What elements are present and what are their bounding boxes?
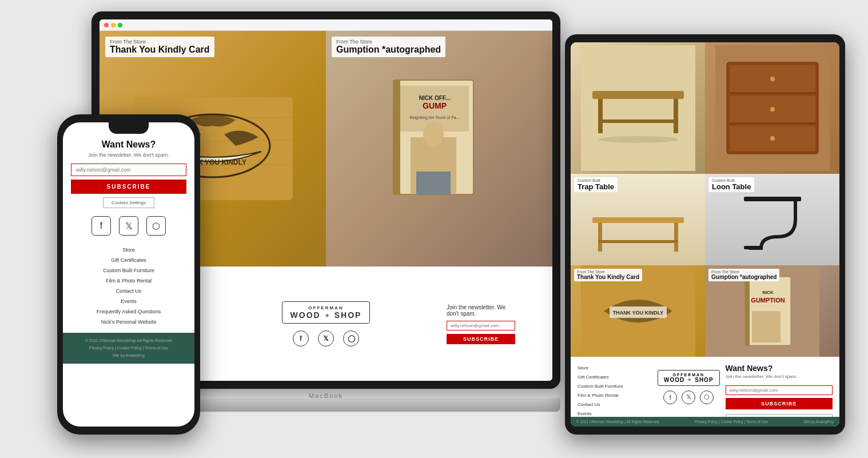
tablet-top-grid (571, 42, 839, 174)
phone-screen: Want News? Join the newsletter. We don't… (63, 122, 194, 427)
tablet-copyright: © 2021 Offerman Woodshop | All Rights Re… (576, 420, 659, 424)
tablet-footer: Store Gift Certificates Custom Built Fur… (571, 357, 839, 417)
tablet-email-input[interactable] (726, 385, 833, 395)
phone-nav-nick[interactable]: Nick's Personal Website (71, 317, 186, 327)
tf-nav-contact[interactable]: Contact Us (578, 400, 652, 409)
gumption-panel[interactable]: From The Store Gumption *autographed (326, 31, 552, 266)
facebook-icon[interactable]: f (293, 330, 309, 347)
svg-text:NICK OFF...: NICK OFF... (419, 95, 451, 101)
dresser-product-image[interactable] (705, 42, 839, 174)
phone-subtitle: Join the newsletter. We don't spam. (71, 152, 186, 158)
phone-copyright: © 2021 Offerman Woodshop All Rights Rese… (69, 337, 189, 344)
svg-rect-36 (744, 246, 761, 249)
phone-nav-rental[interactable]: Film & Photo Rental (71, 276, 186, 286)
phone-nav-events[interactable]: Events (71, 296, 186, 306)
phone-nav-links: Store Gift Certificates Custom Built Fur… (71, 245, 186, 327)
svg-rect-32 (598, 223, 602, 252)
svg-text:THANK YOU KINDLY: THANK YOU KINDLY (612, 310, 663, 316)
phone-want-news-heading: Want News? (71, 140, 186, 150)
card-from-label: From The Store (110, 39, 210, 45)
phone-nav-furniture[interactable]: Custom Built Furniture (71, 265, 186, 276)
phone-nav-faq[interactable]: Frequently Asked Questions (71, 306, 186, 317)
gumption-from-label: From The Store (336, 39, 441, 45)
tablet-bottom-grid: From The Store Thank You Kindly Card THA… (571, 265, 839, 357)
trap-table-label: Custom Built Trap Table (574, 177, 618, 192)
svg-point-13 (423, 122, 444, 147)
phone-content-area: Want News? Join the newsletter. We don't… (63, 122, 194, 333)
phone-nav-gift[interactable]: Gift Certificates (71, 255, 186, 265)
phone-social-icons: f 𝕏 ⬡ (71, 216, 186, 236)
card-label-box: From The Store Thank You Kindly Card (105, 37, 214, 57)
loon-table-item[interactable]: Custom Built Loon Table (705, 174, 839, 265)
tablet-labeled-grid: Custom Built Trap Table (571, 174, 839, 265)
minimize-dot (111, 23, 116, 27)
svg-text:GUMP: GUMP (423, 101, 447, 110)
svg-rect-7 (393, 80, 400, 194)
offerman-logo: OFFERMAN WOOD ◆ SHOP (282, 301, 371, 324)
tablet-subscribe-button[interactable]: SUBSCRIBE (726, 398, 833, 409)
svg-text:NICK: NICK (762, 290, 774, 295)
phone-privacy-links: Privacy Policy | Cookie Policy | Terms o… (69, 345, 189, 351)
svg-rect-31 (592, 217, 684, 223)
phone-twitter-icon[interactable]: 𝕏 (119, 216, 138, 236)
macbook-top-bar (99, 19, 552, 31)
svg-point-20 (598, 136, 678, 143)
join-newsletter-text: Join the newsletter. We don't spam. (447, 304, 515, 317)
macbook-email-input[interactable] (447, 321, 515, 330)
svg-rect-42 (745, 277, 750, 345)
subscribe-box: Join the newsletter. We don't spam. SUBS… (447, 304, 515, 344)
macbook-footer-center: OFFERMAN WOOD ◆ SHOP f 𝕏 ◯ (214, 267, 438, 381)
svg-text:Reigniting the Touch of Fa...: Reigniting the Touch of Fa... (409, 116, 459, 120)
tf-nav-rental[interactable]: Film & Photo Rental (578, 391, 652, 400)
macbook-footer-right: Join the newsletter. We don't spam. SUBS… (438, 267, 552, 381)
phone-cookies-button[interactable]: Cookies Settings (103, 197, 154, 208)
tf-nav-store[interactable]: Store (578, 364, 652, 373)
tablet-outer-shell: Custom Built Trap Table (565, 34, 845, 435)
tgb-gumption-label: From The Store Gumption *autographed (708, 269, 779, 281)
svg-rect-34 (598, 240, 678, 243)
phone-outer-shell: Want News? Join the newsletter. We don't… (57, 114, 200, 435)
close-dot (104, 23, 109, 27)
phone-notch (109, 122, 149, 134)
tablet-content: Custom Built Trap Table (571, 42, 839, 427)
smartphone-device: Want News? Join the newsletter. We don't… (57, 114, 200, 435)
phone-nav-contact[interactable]: Contact Us (71, 286, 186, 296)
phone-nav-store[interactable]: Store (71, 245, 186, 255)
tablet-instagram-icon[interactable]: ⬡ (700, 391, 714, 404)
tgb-card-label: From The Store Thank You Kindly Card (574, 269, 642, 281)
trap-table-item[interactable]: Custom Built Trap Table (571, 174, 705, 265)
tablet-twitter-icon[interactable]: 𝕏 (682, 391, 695, 404)
maximize-dot (118, 23, 122, 27)
loon-table-label: Custom Built Loon Table (708, 177, 754, 192)
phone-subscribe-button[interactable]: SUBSCRIBE (71, 180, 186, 194)
twitter-icon[interactable]: 𝕏 (318, 330, 334, 347)
svg-point-29 (770, 107, 775, 111)
tablet-site-by: Site by AvaloqRoy (803, 420, 834, 424)
bench-product-image[interactable] (571, 42, 705, 174)
svg-rect-17 (598, 99, 603, 133)
social-icons-group: f 𝕏 ◯ (293, 330, 359, 347)
phone-email-input[interactable] (71, 164, 186, 176)
tablet-screen: Custom Built Trap Table (571, 42, 839, 427)
card-title-label: Thank You Kindly Card (110, 45, 210, 55)
phone-instagram-icon[interactable]: ⬡ (146, 216, 166, 236)
phone-footer-bar: © 2021 Offerman Woodshop All Rights Rese… (63, 333, 194, 364)
tablet-thank-you-card[interactable]: From The Store Thank You Kindly Card THA… (571, 265, 705, 357)
gumption-title-label: Gumption *autographed (336, 45, 441, 55)
macbook-subscribe-button[interactable]: SUBSCRIBE (447, 334, 515, 344)
svg-point-28 (770, 77, 775, 81)
tf-nav-gift[interactable]: Gift Certificates (578, 373, 652, 382)
tablet-want-news-heading: Want News? (726, 364, 833, 373)
macbook-brand-label: MacBook (309, 392, 343, 399)
tablet-offerman-logo: OFFERMAN WOOD ◆ SHOP (658, 370, 720, 386)
tablet-facebook-icon[interactable]: f (663, 391, 677, 404)
tablet-device: Custom Built Trap Table (565, 34, 845, 435)
tf-nav-furniture[interactable]: Custom Built Furniture (578, 382, 652, 391)
phone-facebook-icon[interactable]: f (91, 216, 111, 236)
tablet-gumption-item[interactable]: From The Store Gumption *autographed NIC… (705, 265, 839, 357)
instagram-icon[interactable]: ◯ (343, 330, 359, 347)
svg-text:GUMPTION: GUMPTION (751, 297, 785, 304)
svg-rect-45 (752, 311, 781, 342)
gumption-label-box: From The Store Gumption *autographed (332, 37, 445, 57)
svg-rect-33 (674, 223, 678, 252)
